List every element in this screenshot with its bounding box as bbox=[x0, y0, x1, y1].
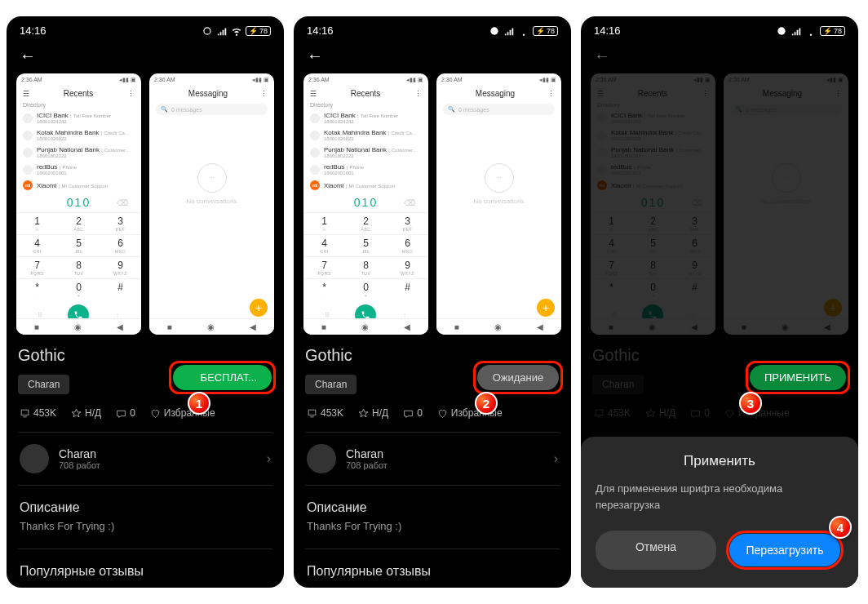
signal-icon bbox=[216, 25, 228, 37]
theme-previews: 2:36 AM◂▮▮ ▣ ☰Recents⋮ Directory ICICI B… bbox=[7, 73, 284, 335]
phone-screen-1: 14:16 ⚡78 ← 2:36 AM◂▮▮ ▣ ☰Recents⋮ Direc… bbox=[7, 16, 284, 588]
status-bar: 14:16 ⚡78 bbox=[7, 16, 284, 42]
description-text: Thanks For Trying :) bbox=[7, 518, 284, 540]
alarm-icon bbox=[202, 25, 213, 37]
back-button[interactable]: ← bbox=[7, 42, 284, 73]
phone-screen-3: 14:16⚡78 ← 2:36 AM◂▮▮ ▣ ☰Recents⋮ Direct… bbox=[581, 16, 858, 588]
reboot-button[interactable]: Перезагрузить bbox=[729, 534, 840, 566]
preview-dialer[interactable]: 2:36 AM◂▮▮ ▣ ☰Recents⋮ Directory ICICI B… bbox=[16, 73, 141, 335]
dialog-title: Применить bbox=[596, 453, 844, 469]
heart-icon bbox=[150, 408, 161, 419]
theme-title: Gothic bbox=[18, 346, 65, 365]
waiting-button[interactable]: Ожидание bbox=[477, 365, 559, 390]
battery-indicator: ⚡78 bbox=[246, 26, 271, 36]
status-time: 14:16 bbox=[20, 24, 46, 37]
back-button[interactable]: ← bbox=[294, 42, 571, 73]
step-badge-3: 3 bbox=[739, 392, 762, 415]
step-badge-2: 2 bbox=[475, 392, 498, 415]
dialog-message: Для применения шрифта необходима перезаг… bbox=[596, 481, 844, 513]
chevron-right-icon: › bbox=[267, 451, 271, 466]
author-tag[interactable]: Charan bbox=[18, 375, 69, 394]
highlight-frame-2: Ожидание bbox=[473, 361, 563, 394]
description-heading: Описание bbox=[7, 494, 284, 518]
download-count-icon bbox=[20, 408, 30, 419]
highlight-frame-3: ПРИМЕНИТЬ bbox=[746, 361, 850, 394]
compose-fab: + bbox=[250, 299, 268, 317]
highlight-frame-4: Перезагрузить bbox=[726, 531, 844, 570]
free-download-button[interactable]: БЕСПЛАТ... bbox=[173, 365, 272, 390]
author-avatar bbox=[20, 444, 49, 473]
step-badge-1: 1 bbox=[188, 392, 210, 415]
comment-icon bbox=[116, 408, 126, 419]
apply-dialog: Применить Для применения шрифта необходи… bbox=[581, 437, 858, 588]
theme-stats: 453K Н/Д 0 Избранные bbox=[7, 402, 284, 424]
wifi-icon bbox=[231, 25, 242, 37]
step-badge-4: 4 bbox=[829, 516, 852, 539]
status-icons: ⚡78 bbox=[202, 25, 271, 37]
download-icon bbox=[188, 371, 197, 384]
star-icon bbox=[71, 408, 82, 419]
apply-button[interactable]: ПРИМЕНИТЬ bbox=[750, 365, 846, 390]
preview-messaging[interactable]: 2:36 AM◂▮▮ ▣ Messaging⋮ 🔍0 messages ···N… bbox=[149, 73, 274, 335]
cancel-button[interactable]: Отмена bbox=[596, 531, 716, 570]
preview-messaging[interactable]: 2:36 AM◂▮▮ ▣ Messaging⋮ 🔍0 messages ···N… bbox=[436, 73, 561, 335]
reviews-heading: Популярные отзывы bbox=[7, 557, 284, 582]
highlight-frame-1: БЕСПЛАТ... bbox=[169, 361, 276, 394]
preview-dialer[interactable]: 2:36 AM◂▮▮ ▣ ☰Recents⋮ Directory ICICI B… bbox=[303, 73, 428, 335]
author-row[interactable]: Charan708 работ › bbox=[7, 441, 284, 477]
phone-screen-2: 14:16⚡78 ← 2:36 AM◂▮▮ ▣ ☰Recents⋮ Direct… bbox=[294, 16, 571, 588]
